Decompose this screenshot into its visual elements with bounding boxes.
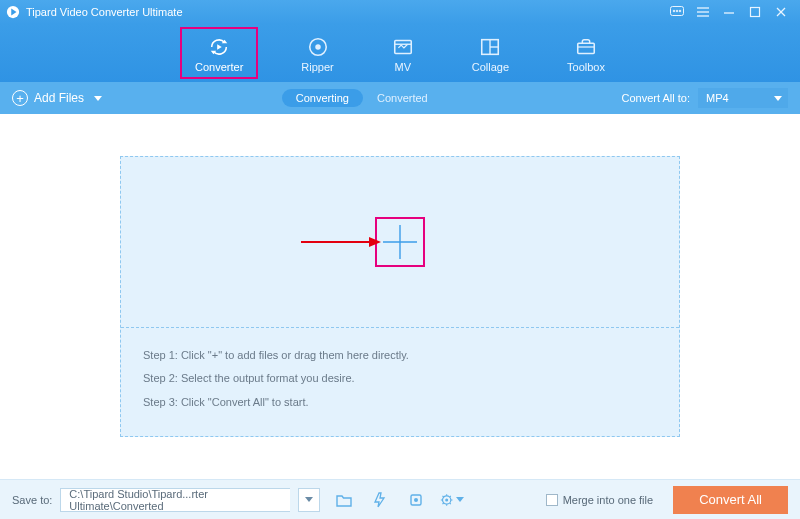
step-2-text: Step 2: Select the output format you des… xyxy=(143,367,657,390)
ripper-icon xyxy=(307,36,329,58)
tab-label: Ripper xyxy=(301,61,333,73)
svg-point-4 xyxy=(676,10,678,12)
plus-icon xyxy=(379,221,421,263)
minimize-button[interactable] xyxy=(716,0,742,24)
step-1-text: Step 1: Click "+" to add files or drag t… xyxy=(143,344,657,367)
svg-point-5 xyxy=(679,10,681,12)
mv-icon xyxy=(392,36,414,58)
dropzone: Step 1: Click "+" to add files or drag t… xyxy=(120,156,680,436)
add-file-plus-button[interactable] xyxy=(375,217,425,267)
step-3-text: Step 3: Click "Convert All" to start. xyxy=(143,391,657,414)
tab-toolbox[interactable]: Toolbox xyxy=(559,32,613,75)
tab-mv[interactable]: MV xyxy=(384,32,422,75)
plus-circle-icon xyxy=(12,90,28,106)
nav-tabs: Converter Ripper MV Collage Toolbox xyxy=(0,24,800,82)
tab-label: Toolbox xyxy=(567,61,605,73)
tab-label: Collage xyxy=(472,61,509,73)
dropzone-top[interactable] xyxy=(121,157,679,327)
convert-all-button[interactable]: Convert All xyxy=(673,486,788,514)
tab-converter[interactable]: Converter xyxy=(187,32,251,75)
tab-collage[interactable]: Collage xyxy=(464,32,517,75)
tab-label: MV xyxy=(394,61,411,73)
menu-button[interactable] xyxy=(690,0,716,24)
tab-label: Converter xyxy=(195,61,243,73)
add-files-label: Add Files xyxy=(34,91,84,105)
add-files-button[interactable]: Add Files xyxy=(12,90,102,106)
chevron-down-icon xyxy=(456,497,464,502)
format-value: MP4 xyxy=(706,92,729,104)
chevron-down-icon xyxy=(305,497,313,502)
status-tabs: Converting Converted xyxy=(282,89,442,107)
red-arrow-annotation xyxy=(301,235,381,249)
instructions: Step 1: Click "+" to add files or drag t… xyxy=(121,327,679,435)
svg-marker-15 xyxy=(217,44,222,50)
tab-converting[interactable]: Converting xyxy=(282,89,363,107)
app-title: Tipard Video Converter Ultimate xyxy=(26,6,183,18)
svg-rect-22 xyxy=(578,43,595,53)
open-folder-button[interactable] xyxy=(332,488,356,512)
save-to-label: Save to: xyxy=(12,494,52,506)
feedback-button[interactable] xyxy=(664,0,690,24)
chevron-down-icon xyxy=(774,96,782,101)
title-bar: Tipard Video Converter Ultimate xyxy=(0,0,800,24)
svg-marker-25 xyxy=(369,237,381,247)
svg-rect-10 xyxy=(751,8,760,17)
converter-icon xyxy=(208,36,230,58)
toolbar: Add Files Converting Converted Convert A… xyxy=(0,82,800,114)
svg-point-29 xyxy=(414,498,418,502)
convert-all-to-group: Convert All to: MP4 xyxy=(622,88,788,108)
footer: Save to: C:\Tipard Studio\Tipard...rter … xyxy=(0,479,800,519)
hardware-accel-button[interactable] xyxy=(368,488,392,512)
tab-converted[interactable]: Converted xyxy=(363,89,442,107)
convert-all-to-label: Convert All to: xyxy=(622,92,690,104)
svg-point-31 xyxy=(446,498,449,501)
svg-point-17 xyxy=(315,44,321,50)
merge-label: Merge into one file xyxy=(563,494,654,506)
main-area: Step 1: Click "+" to add files or drag t… xyxy=(0,114,800,479)
tab-ripper[interactable]: Ripper xyxy=(293,32,341,75)
collage-icon xyxy=(479,36,501,58)
merge-checkbox[interactable]: Merge into one file xyxy=(546,494,654,506)
toolbox-icon xyxy=(575,36,597,58)
checkbox-icon xyxy=(546,494,558,506)
high-speed-button[interactable] xyxy=(404,488,428,512)
maximize-button[interactable] xyxy=(742,0,768,24)
save-path-field[interactable]: C:\Tipard Studio\Tipard...rter Ultimate\… xyxy=(60,488,290,512)
settings-button[interactable] xyxy=(440,488,464,512)
chevron-down-icon xyxy=(94,96,102,101)
output-format-select[interactable]: MP4 xyxy=(698,88,788,108)
svg-point-3 xyxy=(673,10,675,12)
save-path-dropdown[interactable] xyxy=(298,488,320,512)
close-button[interactable] xyxy=(768,0,794,24)
app-logo-icon xyxy=(6,5,20,19)
